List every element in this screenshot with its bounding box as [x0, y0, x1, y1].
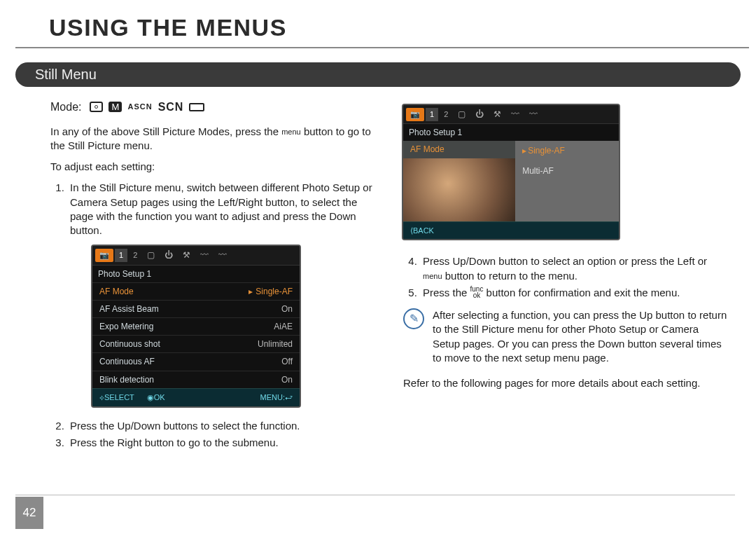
mode-line: Mode: M ASCN SCN	[50, 99, 375, 115]
adjust-heading: To adjust each setting:	[50, 160, 375, 174]
note-icon: ✎	[403, 308, 424, 329]
tab-setup-icon: ⏻	[471, 107, 488, 121]
ascn-mode-icon: ASCN	[127, 102, 152, 112]
step-4: Press Up/Down button to select an option…	[420, 254, 728, 283]
screen1-tabbar: 📷 1 2 ▢ ⏻ ⚒ 〰 〰	[92, 246, 300, 265]
page-title: USING THE MENUS	[0, 0, 756, 47]
tab-1: 1	[426, 108, 438, 121]
screen1-title: Photo Setup 1	[92, 266, 300, 282]
footer-menu: MENU:⮐	[260, 392, 293, 403]
screen1-footer: ⟡SELECT ◉OK MENU:⮐	[92, 388, 300, 406]
tab-setup-icon: ⏻	[160, 248, 177, 262]
screen1-row-blink: Blink detectionOn	[92, 371, 300, 388]
page-number: 42	[15, 497, 43, 529]
steps-left: In the Still Picture menu, switch betwee…	[50, 181, 375, 238]
tab-1: 1	[115, 249, 127, 262]
steps-left-cont: Press the Up/Down buttons to select the …	[50, 419, 375, 451]
tab-tools-icon: ⚒	[178, 248, 195, 262]
step-5: Press the funcok button for confirmation…	[420, 286, 728, 300]
scn-mode-icon: SCN	[158, 99, 184, 115]
note-text: After selecting a function, you can pres…	[433, 308, 728, 365]
screen1-row-afmode: AF Mode ▸Single-AF	[92, 282, 300, 300]
tab-wave1-icon: 〰	[507, 107, 524, 121]
screen2-afmode: AF Mode	[403, 141, 515, 158]
tab-2: 2	[129, 249, 141, 262]
note-block: ✎ After selecting a function, you can pr…	[403, 308, 728, 365]
tab-camera-icon: 📷	[406, 108, 424, 121]
step-2: Press the Up/Down buttons to select the …	[67, 419, 375, 433]
menu-label-inline: menu	[423, 272, 442, 280]
intro-text-a: In any of the above Still Picture Modes,…	[50, 125, 281, 137]
footer-select: ⟡SELECT	[99, 392, 134, 403]
step-3: Press the Right button to go to the subm…	[67, 436, 375, 450]
steps-right: Press Up/Down button to select an option…	[403, 254, 728, 300]
intro-paragraph: In any of the above Still Picture Modes,…	[50, 125, 375, 153]
screen2-opt-singleaf: ▸Single-AF	[515, 141, 619, 160]
tab-wave2-icon: 〰	[525, 107, 542, 121]
camera-screen-1: 📷 1 2 ▢ ⏻ ⚒ 〰 〰 Photo Setup 1 AF Mode ▸S…	[91, 245, 301, 407]
tab-play-icon: ▢	[143, 248, 159, 262]
right-column: 📷 1 2 ▢ ⏻ ⚒ 〰 〰 Photo Setup 1 AF Mode ▸S…	[403, 99, 728, 457]
refer-paragraph: Refer to the following pages for more de…	[403, 376, 728, 390]
arrow-right-icon: ▸	[522, 146, 526, 156]
step-1: In the Still Picture menu, switch betwee…	[67, 181, 375, 238]
tab-wave1-icon: 〰	[196, 248, 213, 262]
screen2-opt-multiaf: Multi-AF	[515, 161, 619, 181]
screen1-row-expo: Expo MeteringAiAE	[92, 317, 300, 335]
screen1-row-contaf: Continuous AFOff	[92, 352, 300, 370]
arrow-right-icon: ▸	[248, 287, 253, 296]
func-ok-icon: funcok	[470, 286, 484, 298]
camera-auto-icon	[90, 102, 103, 112]
tab-2: 2	[440, 108, 452, 121]
screen2-preview-image	[403, 158, 515, 221]
screen2-left-pane: AF Mode	[403, 141, 515, 221]
screen2-back: ⟨BACK	[403, 221, 619, 240]
screen2-tabbar: 📷 1 2 ▢ ⏻ ⚒ 〰 〰	[403, 105, 619, 124]
content-columns: Mode: M ASCN SCN In any of the above Sti…	[0, 87, 756, 457]
row-key: AF Mode	[99, 286, 134, 297]
menu-label-inline: menu	[281, 128, 301, 136]
tab-play-icon: ▢	[454, 107, 470, 121]
left-column: Mode: M ASCN SCN In any of the above Sti…	[50, 99, 375, 457]
screen2-title: Photo Setup 1	[403, 124, 619, 141]
title-rule	[15, 47, 749, 48]
bottom-rule	[15, 495, 735, 495]
screen1-row-afassist: AF Assist BeamOn	[92, 300, 300, 317]
screen2-submenu: AF Mode ▸Single-AF Multi-AF	[403, 141, 619, 221]
camera-screen-2: 📷 1 2 ▢ ⏻ ⚒ 〰 〰 Photo Setup 1 AF Mode ▸S…	[402, 104, 620, 240]
mode-label: Mode:	[50, 99, 81, 115]
panorama-mode-icon	[189, 103, 204, 111]
manual-mode-icon: M	[108, 102, 122, 112]
screen1-row-contshot: Continuous shotUnlimited	[92, 335, 300, 352]
tab-wave2-icon: 〰	[214, 248, 231, 262]
tab-tools-icon: ⚒	[489, 107, 505, 121]
footer-ok: ◉OK	[147, 392, 165, 403]
screen2-right-pane: ▸Single-AF Multi-AF	[515, 141, 619, 221]
row-val: ▸Single-AF	[248, 286, 293, 297]
tab-camera-icon: 📷	[95, 249, 113, 262]
section-bar: Still Menu	[15, 62, 741, 87]
